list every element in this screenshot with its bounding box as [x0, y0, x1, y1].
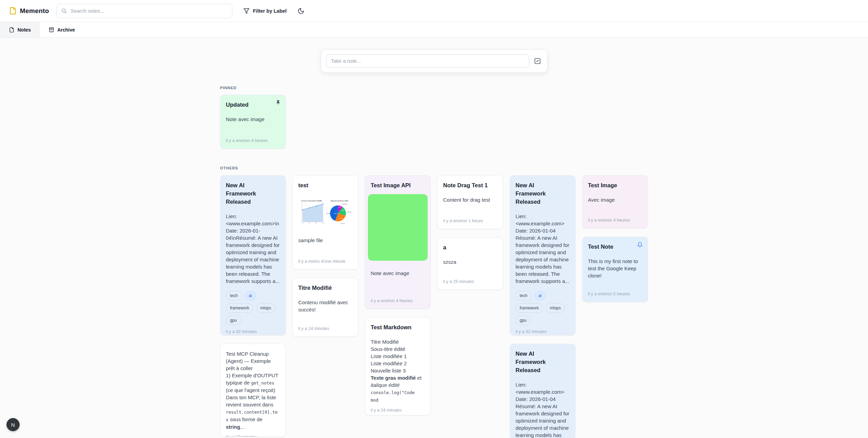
svg-text:19.4%: 19.4%: [342, 210, 345, 211]
svg-text:Produits: Produits: [326, 213, 331, 214]
note-title: a: [443, 243, 497, 251]
svg-text:10.3%: 10.3%: [338, 206, 342, 208]
note-card-test[interactable]: test Croissance Trimestrielle du CA (M€): [292, 175, 358, 270]
tag-mlops[interactable]: mlops: [546, 303, 565, 313]
new-checklist-button[interactable]: [533, 56, 542, 66]
note-body: Titre Modifié Sous-titre édité Liste mod…: [371, 338, 425, 404]
svg-text:Services: Services: [341, 223, 345, 224]
tab-notes[interactable]: Notes: [0, 22, 40, 37]
note-body: This is my first note to test the Google…: [588, 258, 642, 279]
note-image-green[interactable]: [368, 194, 428, 261]
note-composer: [321, 49, 547, 73]
note-title: Note Drag Test 1: [443, 181, 497, 189]
reminder-button[interactable]: [636, 240, 644, 249]
search-input[interactable]: [70, 8, 228, 14]
take-note-input[interactable]: [326, 54, 529, 68]
tag-mlops[interactable]: mlops: [256, 303, 275, 313]
note-card-test-image[interactable]: Test Image Avec image il y a environ 4 h…: [582, 175, 648, 228]
note-card-test-mcp-cleanup[interactable]: Test MCP Cleanup (Agent) — Exemple prêt …: [220, 344, 286, 437]
grid-column-3: Test Image API Note avec image il y a en…: [365, 175, 431, 415]
note-title: test: [298, 181, 352, 189]
note-timestamp: il y a moins d'une minute: [298, 255, 352, 264]
app-title: Memento: [20, 7, 49, 15]
pin-button[interactable]: [274, 98, 282, 107]
svg-text:25.9%: 25.9%: [340, 218, 343, 219]
tag-framework[interactable]: framework: [226, 303, 253, 313]
note-timestamp: il y a environ 5 heures: [588, 287, 642, 296]
note-timestamp: il y a environ 4 heures: [588, 214, 642, 223]
app-brand: Memento: [9, 7, 49, 15]
note-title: New AI Framework Released: [516, 181, 570, 206]
tag-ai[interactable]: ai: [245, 291, 256, 300]
grid-column-4: Note Drag Test 1 Content for drag test i…: [437, 175, 503, 290]
checklist-icon: [534, 58, 541, 64]
tag-tech[interactable]: tech: [226, 291, 242, 300]
note-body: Lien: <www.example.com> Date: 2026-01-04…: [516, 213, 570, 285]
tag-ai[interactable]: ai: [534, 291, 546, 300]
note-card-test-markdown[interactable]: Test Markdown Titre Modifié Sous-titre é…: [365, 317, 431, 415]
note-card-note-drag-test-1[interactable]: Note Drag Test 1 Content for drag test i…: [437, 175, 503, 229]
bell-icon: [637, 242, 643, 248]
tag-list: tech ai framework mlops gpu: [516, 291, 570, 325]
moon-icon: [298, 8, 304, 14]
note-body: sample file: [298, 237, 352, 244]
note-timestamp: il y a environ 4 heures: [371, 294, 425, 303]
note-timestamp: il y a 24 minutes: [298, 322, 352, 331]
note-card-a[interactable]: a szsza il y a 25 minutes: [437, 237, 503, 290]
note-card-new-ai-framework-3[interactable]: New AI Framework Released Lien: <www.exa…: [510, 344, 576, 438]
note-body: Note avec image: [226, 116, 280, 123]
svg-text:44.4%: 44.4%: [334, 213, 337, 214]
note-timestamp: il y a environ 1 heure: [443, 214, 497, 223]
svg-text:T3: T3: [316, 223, 317, 224]
filter-icon: [243, 8, 250, 14]
notes-grid: New AI Framework Released Lien: <www.exa…: [220, 175, 648, 438]
note-title: Updated: [226, 100, 280, 109]
pie-chart-thumbnail[interactable]: Répartition des Revenus 2024 44.4% 25.9%…: [326, 195, 352, 230]
tab-archive[interactable]: Archive: [40, 22, 84, 37]
pinned-section-label: PINNED: [220, 86, 648, 90]
tab-notes-label: Notes: [18, 27, 31, 33]
note-card-updated[interactable]: Updated Note avec image il y a environ 4…: [220, 95, 286, 149]
others-section-label: OTHERS: [220, 166, 648, 170]
note-timestamp: il y a 25 minutes: [443, 275, 497, 284]
note-image-row: Croissance Trimestrielle du CA (M€): [298, 195, 352, 230]
tag-gpu[interactable]: gpu: [516, 316, 531, 325]
note-body: szsza: [443, 258, 497, 265]
note-title: Test Image API: [371, 181, 425, 189]
pinned-row: Updated Note avec image il y a environ 4…: [220, 95, 648, 149]
notes-main: PINNED Updated Note avec image il y a en…: [0, 49, 868, 438]
svg-text:Répartition des Revenus 2024: Répartition des Revenus 2024: [331, 200, 348, 202]
note-title: Test Markdown: [371, 323, 425, 331]
note-timestamp: il y a 23 minutes: [226, 430, 280, 437]
note-card-titre-modifie[interactable]: Titre Modifié Contenu modifié avec succè…: [292, 278, 358, 337]
app-header: Memento Filter by Label: [0, 0, 868, 22]
note-body: Content for drag test: [443, 196, 497, 203]
note-timestamp: il y a 32 minutes: [516, 325, 570, 334]
tag-tech[interactable]: tech: [516, 291, 532, 300]
tag-gpu[interactable]: gpu: [226, 316, 241, 325]
note-body: Lien: <www.example.com> Date: 2026-01-04…: [516, 381, 570, 438]
note-icon: [9, 27, 14, 33]
theme-toggle-button[interactable]: [296, 5, 306, 16]
note-card-test-image-api[interactable]: Test Image API Note avec image il y a en…: [365, 175, 431, 309]
tag-framework[interactable]: framework: [516, 303, 543, 313]
archive-icon: [49, 27, 54, 33]
note-body: Note avec image: [371, 270, 425, 277]
note-card-new-ai-framework-1[interactable]: New AI Framework Released Lien: <www.exa…: [220, 175, 286, 335]
note-title: New AI Framework Released: [516, 350, 570, 374]
note-title: Test Note: [588, 242, 642, 251]
note-timestamp: il y a environ 4 heures: [226, 134, 280, 143]
note-body: Avec image: [588, 196, 642, 203]
note-body: Lien: <www.example.com>\nDate: 2026-01-0…: [226, 213, 280, 285]
grid-column-5: New AI Framework Released Lien: <www.exa…: [510, 175, 576, 438]
note-card-new-ai-framework-2[interactable]: New AI Framework Released Lien: <www.exa…: [510, 175, 576, 335]
search-box[interactable]: [57, 4, 232, 18]
note-body: Contenu modifié avec succès!: [298, 299, 352, 313]
note-card-test-note[interactable]: Test Note This is my first note to test …: [582, 237, 648, 302]
svg-text:T4: T4: [323, 223, 324, 224]
line-chart-thumbnail[interactable]: Croissance Trimestrielle du CA (M€): [298, 195, 325, 230]
nextjs-dev-indicator[interactable]: N: [7, 418, 20, 431]
app-logo-icon: [9, 7, 17, 15]
search-icon: [61, 8, 67, 14]
filter-by-label-button[interactable]: Filter by Label: [242, 6, 288, 16]
